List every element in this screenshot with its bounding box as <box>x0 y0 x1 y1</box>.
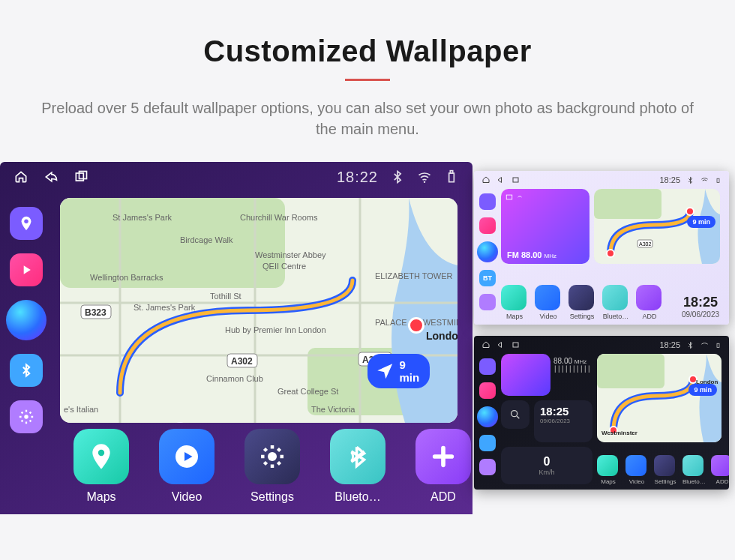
usb-icon <box>715 341 722 349</box>
home-icon[interactable] <box>482 175 490 184</box>
bluetooth-icon <box>686 176 694 184</box>
dock-settings[interactable]: Settings <box>568 285 596 320</box>
sidebar-play-icon[interactable] <box>479 382 496 399</box>
wifi-icon <box>700 341 709 349</box>
alt1-status-bar: 18:25 <box>474 171 729 189</box>
alt2-status-clock: 18:25 <box>659 340 680 349</box>
svg-marker-14 <box>377 364 392 379</box>
dock-bluetooth-label: Blueto… <box>324 490 392 504</box>
alt1-status-clock: 18:25 <box>659 175 680 184</box>
recents-icon[interactable] <box>512 340 520 349</box>
dock-video[interactable]: Video <box>535 285 562 320</box>
dock-video[interactable]: Video <box>626 455 648 485</box>
sidebar-settings-icon[interactable] <box>10 400 43 433</box>
svg-rect-29 <box>717 343 719 347</box>
sidebar-assistant-icon[interactable] <box>6 300 46 340</box>
dock-bluetooth[interactable]: Blueto… <box>324 429 392 504</box>
dock-bluetooth[interactable]: Blueto… <box>602 285 629 320</box>
signal-icon <box>516 193 524 201</box>
alt2-dock: Maps Video Settings Blueto… ADD <box>597 455 729 485</box>
sidebar <box>0 192 52 514</box>
dock-video[interactable]: Video <box>153 429 220 504</box>
svg-rect-28 <box>513 343 518 347</box>
alt2-radio-value: 88.00 <box>554 357 572 365</box>
alt1-radio-value: FM 88.00 <box>507 250 542 259</box>
eta-value: 9 min <box>400 358 420 384</box>
dock-add[interactable]: ADD <box>711 455 729 485</box>
alt2-search-button[interactable] <box>501 400 530 429</box>
alt2-map-widget[interactable]: London Westminster 9 min <box>597 354 722 442</box>
home-icon[interactable] <box>482 340 490 349</box>
dock-add[interactable]: ADD <box>636 285 663 320</box>
map-widget[interactable]: B323 A302 A3212 St James's Park Churchil… <box>60 198 458 423</box>
alt2-clock: 18:25 <box>540 405 586 418</box>
hero-subtitle: Preload over 5 default wallpaper options… <box>30 97 705 139</box>
eta-pill: 9 min <box>368 354 430 388</box>
status-bar: 18:22 <box>0 162 472 192</box>
maplbl-wabbey: Westminster Abbey <box>255 250 326 259</box>
sidebar-settings-icon[interactable] <box>479 459 496 475</box>
dock-settings-label: Settings <box>238 490 306 504</box>
bluetooth-icon <box>686 341 694 349</box>
sidebar-location-icon[interactable] <box>10 207 43 240</box>
recents-icon[interactable] <box>74 169 88 184</box>
svg-point-25 <box>607 250 614 257</box>
maplbl-victoria: The Victoria <box>311 405 356 414</box>
alt1-radio-widget[interactable]: FM 88.00 MHz <box>501 189 590 264</box>
dock-settings[interactable]: Settings <box>238 429 306 504</box>
sidebar-bt-icon[interactable]: BT <box>479 270 496 286</box>
home-icon[interactable] <box>14 169 28 184</box>
add-icon <box>416 429 471 484</box>
previews-stage: 18:22 <box>0 162 735 514</box>
alt1-clock-widget: 18:25 09/06/2023 <box>676 295 724 319</box>
alt1-clock: 18:25 <box>676 295 724 310</box>
alt2-radio-widget[interactable] <box>501 354 550 396</box>
back-icon[interactable] <box>44 169 58 184</box>
sidebar-assistant-icon[interactable] <box>477 241 498 262</box>
map-label-london: London <box>426 330 458 342</box>
maplbl-hubby: Hub by Premier Inn London <box>225 325 326 334</box>
recents-icon[interactable] <box>512 175 520 184</box>
alt1-map-widget[interactable]: A302 9 min <box>594 189 720 264</box>
sidebar-location-icon[interactable] <box>479 358 496 375</box>
maplbl-wellington: Wellington Barracks <box>90 273 164 282</box>
svg-rect-21 <box>506 195 512 199</box>
sidebar-play-icon[interactable] <box>479 217 496 234</box>
svg-point-5 <box>24 220 28 224</box>
maps-icon <box>74 429 129 484</box>
sidebar-bluetooth-icon[interactable] <box>10 354 43 387</box>
alt1-dock: Maps Video Settings Blueto… ADD <box>501 285 663 320</box>
alt1-sidebar: BT <box>474 189 501 325</box>
svg-point-2 <box>424 181 426 183</box>
usb-icon <box>715 176 722 184</box>
sidebar-play-icon[interactable] <box>10 253 43 286</box>
bluetooth-icon <box>390 169 405 184</box>
status-clock: 18:22 <box>337 169 378 186</box>
dock-bluetooth[interactable]: Blueto… <box>682 455 705 485</box>
sidebar-bluetooth-icon[interactable] <box>479 435 496 451</box>
maplbl-qeii: QEII Centre <box>262 262 306 271</box>
sidebar-settings-icon[interactable] <box>479 294 496 310</box>
dock-add[interactable]: ADD <box>410 429 472 504</box>
dock-maps[interactable]: Maps <box>68 429 135 504</box>
wifi-icon <box>417 169 432 184</box>
back-icon[interactable] <box>496 340 506 349</box>
sidebar-location-icon[interactable] <box>479 193 496 210</box>
maplbl-enos: e's Italian <box>64 405 98 414</box>
usb-icon <box>444 169 459 184</box>
hero-underline <box>345 79 390 81</box>
svg-point-7 <box>24 415 28 419</box>
dock-settings[interactable]: Settings <box>654 455 676 485</box>
device-preview-alt2: 18:25 88.00 MHz ┃┃┃┃┃┃┃┃┃┃ <box>474 336 729 490</box>
alt1-radio-unit: MHz <box>544 253 556 259</box>
dock-maps[interactable]: Maps <box>501 285 528 320</box>
dock-maps-label: Maps <box>68 490 135 504</box>
back-icon[interactable] <box>496 175 506 184</box>
alt2-radio-scale: ┃┃┃┃┃┃┃┃┃┃ <box>554 366 591 373</box>
maplbl-eliz: ELIZABETH TOWER <box>375 271 453 280</box>
maplbl-stjames: St James's Park <box>112 213 172 222</box>
sidebar-assistant-icon[interactable] <box>477 406 498 427</box>
dock-maps[interactable]: Maps <box>597 455 620 485</box>
road-a302: A302 <box>231 356 253 367</box>
svg-rect-20 <box>717 178 719 182</box>
